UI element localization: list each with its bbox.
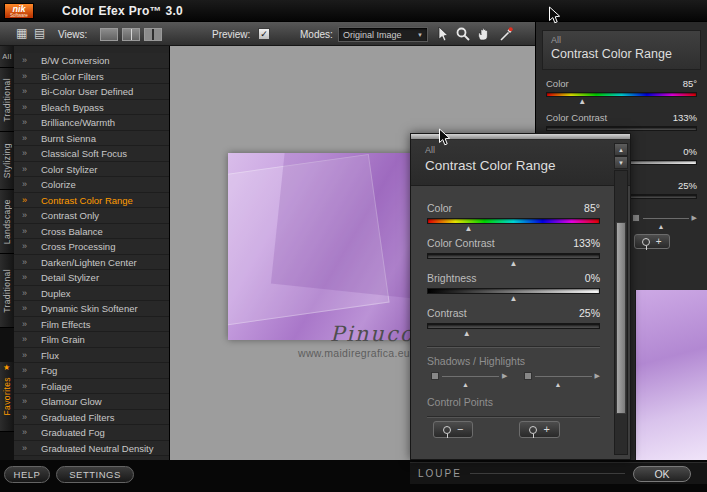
filter-item[interactable]: »Detail Stylizer	[14, 270, 169, 286]
filter-item[interactable]: »Colorize	[14, 177, 169, 193]
slider-marker-icon[interactable]: ▲	[462, 380, 469, 389]
slider-marker-icon[interactable]: ▲	[554, 380, 561, 389]
scroll-up-icon[interactable]: ▲	[614, 143, 628, 156]
filter-item[interactable]: »Graduated Fog	[14, 425, 169, 441]
filter-bullet-icon: »	[22, 270, 27, 286]
filter-item[interactable]: »Bi-Color User Defined	[14, 84, 169, 100]
preview-image[interactable]	[228, 153, 435, 340]
side-tab-favorites[interactable]: Favorites★	[0, 362, 14, 432]
panel-title: Contrast Color Range	[551, 47, 692, 61]
scroll-down-icon[interactable]: ▼	[614, 156, 628, 169]
shadows-highlights-controls: ▶ ▲ ▶ ▲	[427, 372, 600, 388]
filter-item[interactable]: »Contrast Color Range	[14, 193, 169, 209]
filter-item[interactable]: »Cross Balance	[14, 224, 169, 240]
filter-item[interactable]: »B/W Conversion	[14, 53, 169, 69]
side-tab-label: Traditional	[2, 78, 12, 122]
filter-item[interactable]: »Brilliance/Warmth	[14, 115, 169, 131]
side-tab-landscape[interactable]: Landscape	[0, 190, 14, 254]
help-button[interactable]: HELP	[4, 466, 50, 483]
filter-item[interactable]: »Film Grain	[14, 332, 169, 348]
thumbnail-list-icon[interactable]: ▤	[34, 26, 45, 40]
thumbnail-grid-icon[interactable]: ▦	[16, 26, 27, 40]
eyedropper-tool-icon[interactable]	[498, 26, 514, 42]
filter-item-label: B/W Conversion	[41, 55, 110, 66]
arrow-right-icon[interactable]: ▶	[595, 372, 600, 380]
arrow-right-icon[interactable]: ▶	[502, 372, 507, 380]
shadows-slider[interactable]: ▶	[431, 372, 508, 380]
control-point-plus-button[interactable]: +	[519, 421, 559, 438]
highlights-slider[interactable]: ▶	[524, 372, 601, 380]
view-side-by-side-icon[interactable]	[144, 28, 162, 41]
highlights-slider-handle[interactable]	[524, 372, 532, 380]
ok-button[interactable]: OK	[633, 466, 691, 482]
side-tab-traditional[interactable]: Traditional	[0, 68, 14, 132]
loupe-preview-thumbnail[interactable]	[635, 290, 707, 460]
slider-value: 85°	[683, 78, 697, 89]
filter-item[interactable]: »Color Stylizer	[14, 162, 169, 178]
panel-sliders: Color85°▲Color Contrast133%▲Brightness0%…	[427, 202, 600, 338]
scrollbar-thumb[interactable]	[616, 222, 626, 414]
pan-hand-tool-icon[interactable]	[476, 26, 492, 42]
filter-item[interactable]: »Foliage	[14, 379, 169, 395]
filter-item[interactable]: »Classical Soft Focus	[14, 146, 169, 162]
filter-item[interactable]: »Cross Processing	[14, 239, 169, 255]
slider-value: 0%	[585, 272, 600, 284]
slider-marker-icon[interactable]: ▲	[578, 97, 586, 106]
filter-item[interactable]: »Graduated Neutral Density	[14, 441, 169, 457]
settings-button[interactable]: SETTINGS	[56, 466, 134, 483]
filter-bullet-icon: »	[22, 317, 27, 333]
slider-marker-icon[interactable]: ▲	[510, 259, 518, 268]
preview-checkbox[interactable]: ✓	[258, 28, 270, 40]
filter-item[interactable]: »Glamour Glow	[14, 394, 169, 410]
slider-marker-icon[interactable]: ▲	[465, 224, 473, 233]
panel-title: Contrast Color Range	[425, 158, 616, 173]
view-single-icon[interactable]	[100, 28, 118, 41]
slider-label: Color Contrast	[546, 112, 607, 123]
slider-value: 0%	[683, 146, 697, 157]
filter-item-label: Fog	[41, 365, 57, 376]
filter-bullet-icon: »	[22, 162, 27, 178]
side-tab-stylizing[interactable]: Stylizing	[0, 132, 14, 190]
side-tab-all[interactable]: All	[0, 46, 14, 68]
filter-item[interactable]: »Bleach Bypass	[14, 100, 169, 116]
shadows-slider-handle[interactable]	[431, 372, 439, 380]
color-contrast-slider: Color Contrast133%▲	[427, 237, 600, 268]
side-tab-label: All	[2, 52, 12, 61]
filter-item[interactable]: »Dynamic Skin Softener	[14, 301, 169, 317]
divider	[427, 416, 600, 417]
shadows-highlights-label: Shadows / Highlights	[427, 355, 600, 367]
side-tab-traditional[interactable]: Traditional	[0, 254, 14, 328]
select-tool-icon[interactable]	[435, 26, 451, 42]
filter-item[interactable]: »Flux	[14, 348, 169, 364]
filter-item[interactable]: »Darken/Lighten Center	[14, 255, 169, 271]
filter-item[interactable]: »Graduated Filters	[14, 410, 169, 426]
slider-marker-icon[interactable]: ▲	[510, 294, 518, 303]
highlights-slider-handle[interactable]	[632, 214, 640, 222]
slider-value: 25%	[678, 180, 697, 191]
view-split-icon[interactable]	[122, 28, 140, 41]
highlights-slider[interactable]: ▶	[632, 214, 698, 222]
filter-item[interactable]: »Film Effects	[14, 317, 169, 333]
bottom-bar: HELP SETTINGS LOUPE OK	[0, 460, 707, 492]
filter-item[interactable]: »Contrast Only	[14, 208, 169, 224]
filter-item[interactable]: »Bi-Color Filters	[14, 69, 169, 85]
slider-marker-icon[interactable]: ▲	[463, 329, 471, 338]
arrow-right-icon[interactable]: ▶	[692, 214, 697, 222]
control-point-plus-button[interactable]: +	[634, 234, 670, 249]
filter-item[interactable]: »Fog	[14, 363, 169, 379]
modes-dropdown[interactable]: Original Image ▼	[338, 27, 428, 42]
control-point-minus-button[interactable]: −	[433, 421, 473, 438]
scrollbar-track[interactable]	[614, 170, 628, 455]
panel-scrollbar[interactable]: ▲ ▼	[614, 143, 628, 455]
slider-marker-icon[interactable]: ▲	[658, 222, 665, 231]
filter-bullet-icon: »	[22, 394, 27, 410]
filter-item[interactable]: »Duplex	[14, 286, 169, 302]
zoom-tool-icon[interactable]	[455, 26, 471, 42]
filter-item-label: Film Effects	[41, 319, 90, 330]
loupe-section: LOUPE OK	[410, 462, 707, 484]
loupe-label[interactable]: LOUPE	[418, 468, 462, 479]
filter-item[interactable]: »Burnt Sienna	[14, 131, 169, 147]
modes-dropdown-value: Original Image	[343, 30, 402, 40]
filter-bullet-icon: »	[22, 177, 27, 193]
filter-item-label: Graduated Filters	[41, 412, 114, 423]
